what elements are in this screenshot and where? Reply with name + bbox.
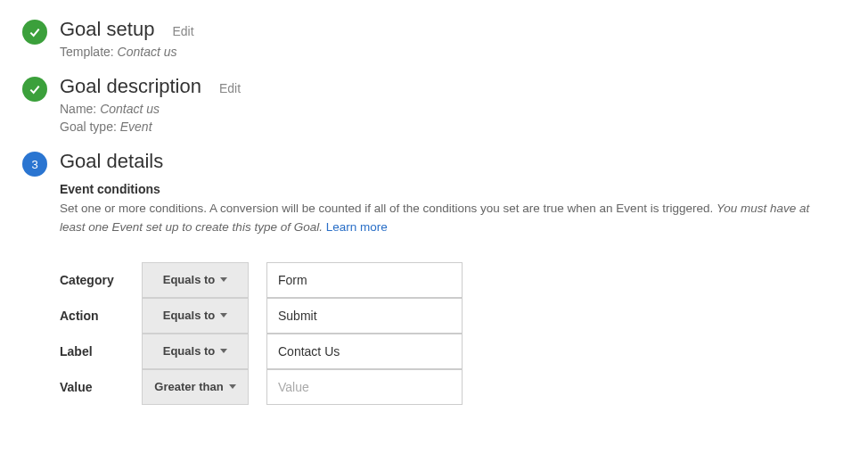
template-label: Template: — [60, 45, 114, 59]
description-name-line: Name: Contact us — [60, 102, 846, 116]
condition-operator-select[interactable]: Equals to — [142, 262, 249, 298]
condition-row-value: Value Greater than — [60, 369, 846, 405]
step-goal-details: 3 Goal details Event conditions Set one … — [22, 150, 846, 405]
description-type-line: Goal type: Event — [60, 120, 846, 134]
step-title-description: Goal description — [60, 75, 201, 98]
template-value: Contact us — [118, 45, 177, 59]
condition-operator-select[interactable]: Equals to — [142, 334, 249, 369]
step-number-badge: 3 — [22, 152, 47, 177]
condition-row-category: Category Equals to — [60, 262, 846, 298]
condition-value-input[interactable] — [266, 369, 463, 405]
conditions-table: Category Equals to Action Equals to Labe… — [60, 262, 846, 405]
step-goal-description: Goal description Edit Name: Contact us G… — [22, 75, 846, 134]
chevron-down-icon — [229, 384, 236, 389]
condition-row-label: Label Equals to — [60, 334, 846, 369]
condition-operator-select[interactable]: Equals to — [142, 298, 249, 334]
chevron-down-icon — [220, 349, 227, 353]
name-label: Name: — [60, 102, 96, 116]
condition-label: Action — [60, 309, 142, 323]
edit-link-setup[interactable]: Edit — [172, 24, 193, 38]
condition-operator-select[interactable]: Greater than — [142, 369, 249, 405]
condition-label: Label — [60, 344, 142, 359]
condition-label: Value — [60, 380, 142, 394]
name-value: Contact us — [100, 102, 160, 116]
check-icon — [22, 77, 47, 102]
desc-text: Set one or more conditions. A conversion… — [60, 202, 717, 215]
step-title-details: Goal details — [60, 150, 163, 173]
operator-text: Greater than — [154, 380, 223, 393]
type-value: Event — [120, 120, 152, 134]
event-conditions-header: Event conditions — [60, 182, 846, 196]
check-icon — [22, 20, 47, 45]
chevron-down-icon — [220, 277, 227, 282]
condition-label: Category — [60, 273, 142, 287]
edit-link-description[interactable]: Edit — [219, 81, 241, 95]
step-goal-setup: Goal setup Edit Template: Contact us — [22, 18, 846, 59]
learn-more-link[interactable]: Learn more — [326, 220, 388, 234]
condition-value-input[interactable] — [266, 334, 463, 369]
condition-value-input[interactable] — [266, 262, 463, 298]
setup-template-line: Template: Contact us — [60, 45, 846, 59]
chevron-down-icon — [220, 313, 227, 317]
step-title-setup: Goal setup — [60, 18, 154, 41]
type-label: Goal type: — [60, 120, 117, 134]
operator-text: Equals to — [163, 344, 216, 358]
operator-text: Equals to — [163, 309, 216, 322]
condition-row-action: Action Equals to — [60, 298, 846, 334]
condition-value-input[interactable] — [266, 298, 463, 334]
event-conditions-description: Set one or more conditions. A conversion… — [60, 200, 835, 237]
operator-text: Equals to — [163, 273, 216, 286]
